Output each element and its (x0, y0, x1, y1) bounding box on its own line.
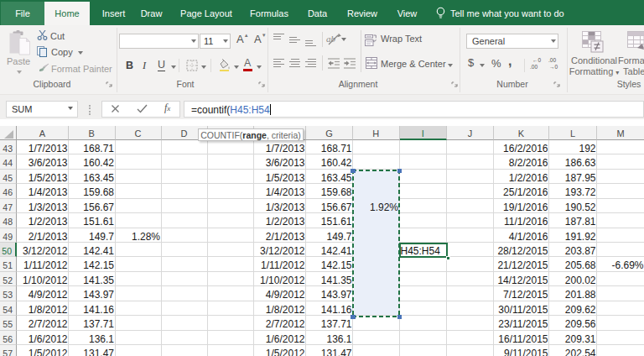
svg-text:.00: .00 (548, 57, 556, 63)
svg-text:←0: ←0 (532, 57, 542, 63)
svg-text:.00: .00 (530, 64, 538, 70)
svg-text:→0: →0 (549, 64, 558, 70)
